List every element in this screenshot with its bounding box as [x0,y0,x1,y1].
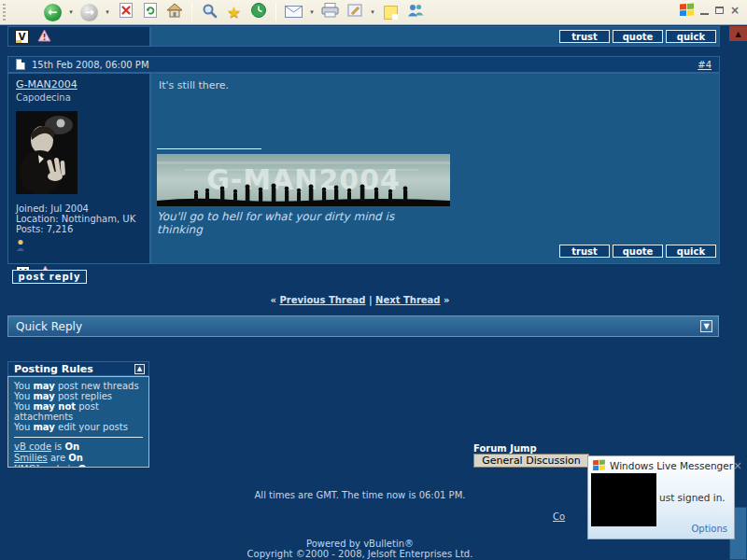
favorites-button[interactable]: ★ [224,2,244,23]
vb-code-link[interactable]: vB code [14,441,51,452]
toolbar-grip[interactable] [3,4,6,21]
posting-rules-title: Posting Rules [14,363,134,375]
user-title: Capodecina [16,92,142,103]
quote-button[interactable]: quote [613,30,663,43]
home-icon [166,3,183,21]
mail-button[interactable] [284,2,303,23]
quote-button[interactable]: quote [613,245,663,258]
messenger-close-icon[interactable]: × [733,459,742,472]
forward-dropdown[interactable]: ▾ [104,8,111,16]
quick-button[interactable]: quick [666,245,716,258]
user-details: Joined: Jul 2004 Location: Nottingham, U… [16,203,142,234]
username-link[interactable]: G-MAN2004 [16,78,142,91]
signature-quote: You'll go to hell for what your dirty mi… [157,210,394,236]
back-button[interactable]: ← [43,2,63,23]
stop-button[interactable] [116,2,135,23]
img-code-link[interactable]: [IMG] [14,464,39,468]
back-dropdown[interactable]: ▾ [67,8,75,16]
report-post-icon[interactable]: ! [37,28,51,46]
thread-nav-separator: | [369,295,373,305]
next-thread-link[interactable]: Next Thread [375,295,440,305]
user-online-icon [16,238,142,256]
search-icon [202,3,218,22]
signature-banner-image: G-MAN2004 [157,154,450,206]
toolbar-icons: ← ▾ → ▾ ★ [43,2,425,23]
forum-jump-select[interactable]: General Discussion [473,454,589,468]
forum-jump-label: Forum Jump [473,443,537,454]
code-line: Smilies are On [14,453,143,464]
smilies-link[interactable]: Smilies [14,453,48,463]
posting-rules-collapse-button[interactable]: ▲ [134,364,145,374]
post-number-link[interactable]: #4 [698,60,712,70]
history-button[interactable] [248,2,268,23]
censored-contact-box [591,473,656,526]
user-posts: Posts: 7,216 [16,224,142,234]
vcard-icon[interactable]: V [15,30,29,44]
forward-button[interactable]: → [79,2,99,23]
minimize-button[interactable] [700,7,709,15]
code-line: [IMG] code is On [14,464,143,468]
copyright-text: Copyright ©2000 - 2008, Jelsoft Enterpri… [0,549,720,559]
user-location: Location: Nottingham, UK [16,214,142,224]
posting-rules-header: Posting Rules ▲ [7,361,149,376]
restore-button[interactable] [715,7,724,14]
messenger-title: Windows Live Messenger [610,460,733,471]
signature-divider [157,148,261,149]
forward-icon: → [80,4,98,21]
messenger-people-icon [407,3,424,21]
browser-window: ← ▾ → ▾ ★ [0,0,747,560]
edit-icon [347,3,362,21]
messenger-header: Windows Live Messenger × [588,456,734,474]
mail-dropdown[interactable]: ▾ [308,8,316,16]
close-button[interactable]: × [730,5,740,16]
rule-line: You may post replies [14,391,143,401]
raquo: » [444,295,449,305]
posting-rules-body: You may post new threads You may post re… [7,376,149,468]
post-icon [16,59,25,70]
thread-navigation: « Previous Thread | Next Thread » [0,295,720,305]
rule-line: You may not post attachments [14,401,143,422]
windows-flag-icon [593,456,605,474]
post-date: 15th Feb 2008, 06:00 PM [32,60,149,70]
notes-button[interactable] [381,2,401,23]
refresh-button[interactable] [140,2,160,23]
post-header: 15th Feb 2008, 06:00 PM #4 [7,56,720,73]
rule-line: You may post new threads [14,381,143,391]
quick-button[interactable]: quick [666,30,716,43]
stop-icon [119,3,134,21]
post-message-cell: It's still there. G-MAN2004 [150,73,720,264]
powered-by-text: Powered by vBulletin® [0,539,720,549]
toolbar-separator [275,3,276,21]
edit-dropdown[interactable]: ▾ [369,8,376,16]
quick-reply-bar: Quick Reply ▼ [7,315,719,337]
windows-flag-icon [680,2,694,20]
back-icon: ← [44,4,62,21]
messenger-options-link[interactable]: Options [691,524,727,534]
trust-button[interactable]: trust [559,30,610,43]
edit-button[interactable] [345,2,364,23]
post-message: It's still there. [159,79,229,91]
post-user-cell: G-MAN2004 Capodecina Joined: Jul 2004 Lo… [7,73,150,264]
scroll-up-icon: ▲ [735,30,740,38]
post-reply-button[interactable]: post reply [12,270,87,284]
rules-divider [14,437,143,438]
quick-reply-title: Quick Reply [16,320,700,333]
messenger-button[interactable] [405,2,425,23]
trust-button[interactable]: trust [559,245,610,258]
contact-link-partial[interactable]: Co [553,511,565,522]
print-button[interactable] [320,2,340,23]
scrollbar-up-arrow[interactable]: ▲ [729,26,747,41]
window-controls: × [680,3,740,18]
favorites-star-icon: ★ [227,5,241,21]
home-button[interactable] [164,2,184,23]
user-avatar [16,111,78,194]
mail-icon [285,4,303,21]
rule-line: You may edit your posts [14,422,143,432]
messenger-notification: Windows Live Messenger × ust signed in. … [587,455,735,539]
chevron-down-icon: ▼ [703,322,709,330]
search-button[interactable] [200,2,219,23]
quick-reply-collapse-button[interactable]: ▼ [700,320,712,332]
previous-thread-link[interactable]: Previous Thread [279,295,365,305]
toolbar-separator [191,3,192,21]
messenger-signin-text: ust signed in. [659,492,726,503]
